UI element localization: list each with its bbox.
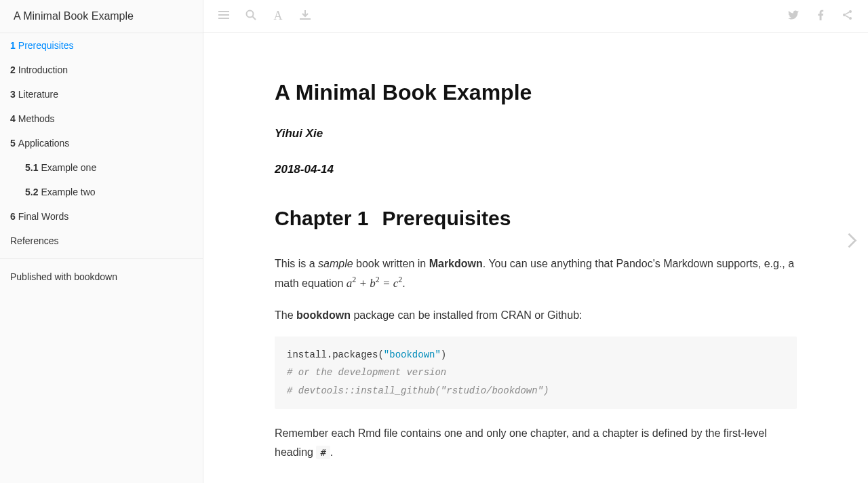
toc-item-final-words[interactable]: 6Final Words <box>0 204 203 229</box>
chapter-heading: Chapter 1Prerequisites <box>275 207 797 230</box>
download-icon <box>300 9 311 23</box>
paragraph-3: Remember each Rmd file contains one and … <box>275 424 797 461</box>
author: Yihui Xie <box>275 124 797 144</box>
sidebar: A Minimal Book Example 1Prerequisites 2I… <box>0 0 203 483</box>
font-button[interactable]: A <box>264 0 292 33</box>
toggle-toc-button[interactable] <box>210 0 237 33</box>
toc-item-example-two[interactable]: 5.2Example two <box>15 180 203 204</box>
svg-line-9 <box>846 12 850 14</box>
svg-line-4 <box>253 16 256 20</box>
math-equation: a2 + b2 = c2 <box>347 277 402 290</box>
inline-code: # <box>316 446 330 459</box>
svg-point-3 <box>247 10 254 17</box>
toc-item-introduction[interactable]: 2Introduction <box>0 58 203 82</box>
paragraph-2: The bookdown package can be installed fr… <box>275 306 797 324</box>
main: A A Minimal Book Example Yihui Xie 2018-… <box>203 0 868 483</box>
sidebar-title[interactable]: A Minimal Book Example <box>0 0 203 33</box>
toc-item-references[interactable]: References <box>0 229 203 253</box>
toc-list: 1Prerequisites 2Introduction 3Literature… <box>0 33 203 483</box>
paragraph-1: This is a sample book written in Markdow… <box>275 254 797 294</box>
toc-item-methods[interactable]: 4Methods <box>0 107 203 131</box>
toc-divider <box>0 258 203 259</box>
next-page-button[interactable] <box>841 228 864 256</box>
chevron-right-icon <box>846 239 859 250</box>
toc-item-example-one[interactable]: 5.1Example one <box>15 155 203 180</box>
facebook-icon <box>815 9 826 23</box>
share-button[interactable] <box>834 0 861 33</box>
svg-line-10 <box>846 16 850 18</box>
svg-point-6 <box>843 14 846 16</box>
svg-rect-5 <box>300 18 311 20</box>
content-area[interactable]: A Minimal Book Example Yihui Xie 2018-04… <box>203 33 868 483</box>
toc-item-prerequisites[interactable]: 1Prerequisites <box>0 33 203 58</box>
twitter-button[interactable] <box>780 0 807 33</box>
svg-point-8 <box>849 17 852 20</box>
svg-point-7 <box>849 10 852 13</box>
toolbar: A <box>203 0 868 33</box>
twitter-icon <box>788 9 799 23</box>
share-icon <box>842 9 853 23</box>
svg-rect-1 <box>218 14 229 16</box>
facebook-button[interactable] <box>807 0 834 33</box>
published-link[interactable]: Published with bookdown <box>0 265 203 289</box>
bars-icon <box>218 9 229 23</box>
download-button[interactable] <box>292 0 319 33</box>
svg-rect-2 <box>218 18 229 19</box>
svg-rect-0 <box>218 11 229 12</box>
code-block: install.packages("bookdown") # or the de… <box>275 336 797 410</box>
search-button[interactable] <box>237 0 264 33</box>
toc-item-literature[interactable]: 3Literature <box>0 82 203 107</box>
search-icon <box>245 9 256 23</box>
book-title: A Minimal Book Example <box>275 80 797 105</box>
toc-item-applications[interactable]: 5Applications <box>0 131 203 155</box>
date: 2018-04-14 <box>275 160 797 180</box>
